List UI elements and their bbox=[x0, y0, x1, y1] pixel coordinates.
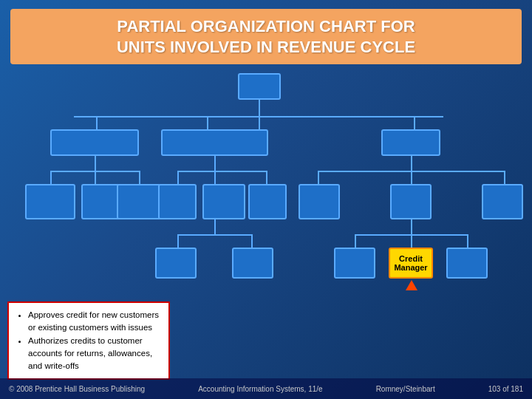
level2-left bbox=[50, 129, 139, 156]
footer-right: Romney/Steinbart bbox=[376, 385, 435, 393]
bullet-item-2: Authorizes credits to customer accounts … bbox=[28, 335, 161, 373]
bottom-area: Approves credit for new customers or exi… bbox=[0, 299, 532, 378]
level2-middle bbox=[161, 129, 268, 156]
level4-right-1 bbox=[334, 248, 375, 279]
level3-mid-1 bbox=[158, 184, 197, 219]
level4-mid-1 bbox=[155, 248, 197, 279]
title-box: PARTIAL ORGANIZATION CHART FOR UNITS INV… bbox=[10, 9, 522, 64]
level3-right-3 bbox=[482, 184, 523, 219]
level3-right-1 bbox=[299, 184, 340, 219]
level4-right-3 bbox=[446, 248, 488, 279]
page-title: PARTIAL ORGANIZATION CHART FOR UNITS INV… bbox=[22, 16, 510, 57]
footer-bar: © 2008 Prentice Hall Business Publishing… bbox=[0, 378, 532, 399]
footer-left: © 2008 Prentice Hall Business Publishing bbox=[9, 385, 145, 393]
bullet-box: Approves credit for new customers or exi… bbox=[7, 301, 170, 380]
level2-right bbox=[381, 129, 440, 156]
footer-page: 103 of 181 bbox=[488, 385, 523, 393]
bullet-item-1: Approves credit for new customers or exi… bbox=[28, 309, 161, 335]
bullet-list: Approves credit for new customers or exi… bbox=[16, 309, 161, 372]
footer-center: Accounting Information Systems, 11/e bbox=[198, 385, 322, 393]
level3-left-1 bbox=[25, 184, 75, 219]
level3-right-2 bbox=[390, 184, 432, 219]
level3-left-3 bbox=[117, 184, 161, 219]
root-box bbox=[238, 73, 281, 100]
level3-mid-3 bbox=[248, 184, 287, 219]
level3-mid-2 bbox=[202, 184, 245, 219]
org-chart-area: Credit Manager bbox=[0, 70, 532, 314]
level4-mid-2 bbox=[232, 248, 273, 279]
credit-manager-box: Credit Manager bbox=[389, 248, 433, 279]
